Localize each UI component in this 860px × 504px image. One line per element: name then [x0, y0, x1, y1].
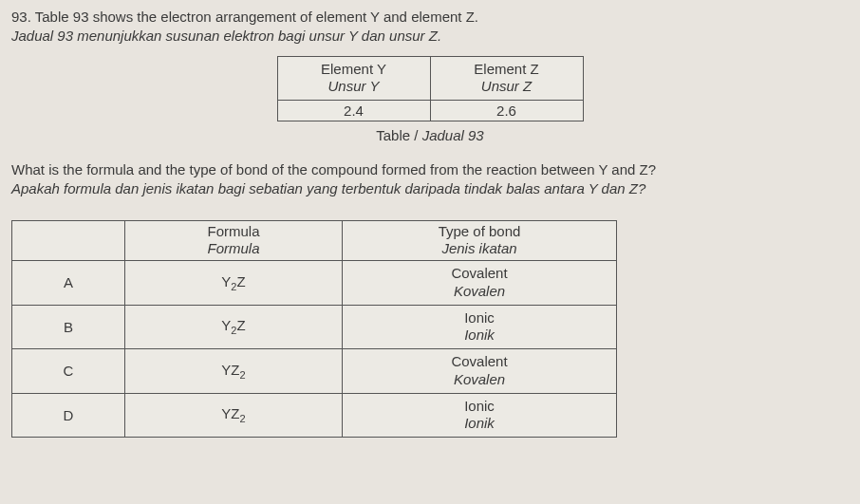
element-z-value: 2.6 [430, 101, 583, 121]
formula-header-ms: Formula [139, 240, 328, 258]
element-table-wrap: Element Y Unsur Y Element Z Unsur Z 2.4 … [11, 56, 849, 122]
answer-row: C YZ2 Covalent Kovalen [12, 349, 617, 394]
answer-formula: Y2Z [125, 261, 343, 306]
bond-ms: Kovalen [352, 371, 607, 389]
bond-header-ms: Jenis ikatan [356, 240, 603, 258]
answer-formula: Y2Z [125, 305, 343, 349]
caption-sep: / [410, 127, 422, 143]
element-z-ms: Unsur Z [440, 78, 573, 96]
formula-header-en: Formula [139, 223, 328, 241]
formula-post: Z [236, 317, 245, 333]
prompt-ms: Apakah formula dan jenis ikatan bagi seb… [11, 179, 849, 198]
answer-bond: Ionic Ionik [343, 393, 617, 438]
answer-bond: Ionic Ionik [343, 305, 617, 349]
answers-header-bond: Type of bond Jenis ikatan [343, 220, 617, 261]
formula-post: Z [236, 273, 245, 289]
answer-row: A Y2Z Covalent Kovalen [12, 261, 617, 306]
answers-header-empty [12, 220, 125, 261]
caption-ms: Jadual 93 [422, 127, 484, 143]
question-line-ms: Jadual 93 menunjukkan susunan elektron b… [11, 27, 849, 46]
element-y-en: Element Y [288, 61, 421, 79]
bond-ms: Ionik [352, 327, 607, 345]
formula-pre: YZ [221, 405, 239, 421]
formula-pre: Y [221, 273, 231, 289]
formula-sub: 2 [240, 369, 246, 381]
answers-table: Formula Formula Type of bond Jenis ikata… [11, 220, 617, 439]
question-number: 93. [11, 9, 31, 25]
answer-row: D YZ2 Ionic Ionik [12, 393, 617, 438]
answer-label: C [12, 349, 125, 394]
bond-ms: Ionik [352, 415, 607, 433]
answer-formula: YZ2 [125, 349, 343, 394]
bond-ms: Kovalen [352, 283, 607, 301]
formula-pre: Y [221, 317, 231, 333]
element-y-value: 2.4 [277, 101, 430, 121]
answer-bond: Covalent Kovalen [343, 349, 617, 394]
bond-en: Covalent [352, 353, 607, 371]
answer-label: D [12, 393, 125, 438]
formula-sub: 2 [240, 413, 246, 424]
answer-label: A [12, 261, 125, 306]
question-text-en: Table 93 shows the electron arrangement … [35, 9, 478, 25]
element-y-header: Element Y Unsur Y [277, 56, 430, 101]
question-line-en: 93. Table 93 shows the electron arrangem… [11, 8, 849, 27]
prompt-en: What is the formula and the type of bond… [11, 160, 849, 179]
element-y-ms: Unsur Y [288, 78, 421, 96]
answer-bond: Covalent Kovalen [343, 261, 617, 306]
element-z-en: Element Z [440, 61, 573, 79]
element-table: Element Y Unsur Y Element Z Unsur Z 2.4 … [277, 56, 584, 122]
table-caption: Table / Jadual 93 [11, 127, 849, 143]
bond-en: Covalent [352, 265, 607, 283]
answer-row: B Y2Z Ionic Ionik [12, 305, 617, 349]
answer-label: B [12, 305, 125, 349]
bond-en: Ionic [352, 398, 607, 416]
caption-en: Table [376, 127, 410, 143]
bond-en: Ionic [352, 309, 607, 327]
answers-header-formula: Formula Formula [125, 220, 343, 261]
answer-formula: YZ2 [125, 393, 343, 438]
prompt-block: What is the formula and the type of bond… [11, 160, 849, 199]
formula-pre: YZ [221, 362, 239, 378]
element-z-header: Element Z Unsur Z [430, 56, 583, 101]
bond-header-en: Type of bond [356, 223, 603, 241]
